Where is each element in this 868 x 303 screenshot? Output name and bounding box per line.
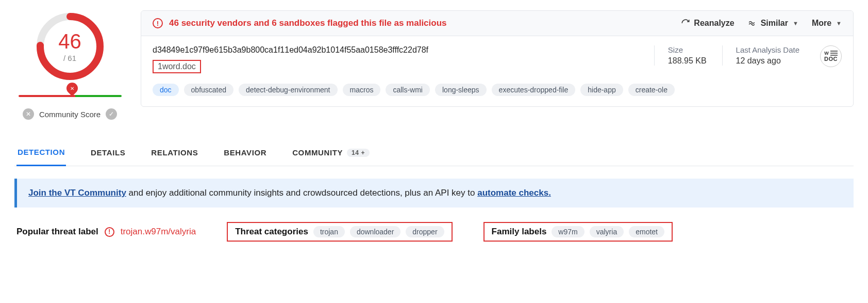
- category-dropper[interactable]: dropper: [406, 226, 444, 237]
- file-name[interactable]: 1word.doc: [153, 60, 201, 73]
- tab-community[interactable]: COMMUNITY 14 +: [291, 143, 371, 165]
- join-community-link[interactable]: Join the VT Community: [28, 188, 126, 198]
- tag-macros[interactable]: macros: [343, 84, 381, 96]
- tab-relations[interactable]: RELATIONS: [150, 143, 199, 165]
- tab-detection[interactable]: DETECTION: [16, 142, 66, 166]
- community-score-bar: ✕: [19, 95, 122, 97]
- promo-banner: Join the VT Community and enjoy addition…: [14, 179, 854, 208]
- similar-label: Similar: [761, 19, 788, 28]
- file-summary-panel: ! 46 security vendors and 6 sandboxes fl…: [141, 10, 854, 107]
- tag-calls-wmi[interactable]: calls-wmi: [386, 84, 430, 96]
- file-hash[interactable]: d34849e1c97f9e615b3a9b800ca1f11ed04a92b1…: [153, 45, 639, 55]
- detection-gauge: 46 / 61: [34, 10, 106, 83]
- family-emotet[interactable]: emotet: [629, 226, 664, 237]
- similar-button[interactable]: Similar ▼: [748, 19, 798, 28]
- automate-checks-link[interactable]: automate checks.: [477, 188, 551, 198]
- chevron-down-icon: ▼: [836, 20, 842, 26]
- popular-threat-value[interactable]: trojan.w97m/valyria: [121, 227, 196, 237]
- tags-row: doc obfuscated detect-debug-environment …: [153, 84, 842, 96]
- tag-create-ole[interactable]: create-ole: [628, 84, 675, 96]
- check-icon[interactable]: ✓: [106, 108, 117, 120]
- size-label: Size: [668, 45, 707, 54]
- family-valyria[interactable]: valyria: [590, 226, 624, 237]
- tabs: DETECTION DETAILS RELATIONS BEHAVIOR COM…: [14, 142, 854, 166]
- more-label: More: [812, 19, 831, 28]
- tag-executes-dropped[interactable]: executes-dropped-file: [492, 84, 576, 96]
- alert-icon: !: [153, 18, 163, 28]
- reanalyze-button[interactable]: Reanalyze: [681, 19, 734, 28]
- detections-count: 46: [58, 31, 81, 52]
- promo-text: and enjoy additional community insights …: [126, 188, 477, 198]
- category-downloader[interactable]: downloader: [350, 226, 400, 237]
- reanalyze-label: Reanalyze: [694, 19, 734, 28]
- community-count-badge: 14 +: [347, 149, 370, 157]
- alert-text: 46 security vendors and 6 sandboxes flag…: [169, 18, 447, 28]
- family-labels-group: Family labels w97m valyria emotet: [483, 222, 673, 242]
- family-labels-label: Family labels: [492, 227, 547, 237]
- size-value: 188.95 KB: [668, 56, 707, 66]
- popular-threat-group: Popular threat label ! trojan.w97m/valyr…: [16, 227, 196, 237]
- last-analysis-label: Last Analysis Date: [736, 45, 799, 54]
- reload-icon: [681, 19, 690, 28]
- more-button[interactable]: More ▼: [812, 19, 842, 28]
- threat-categories-group: Threat categories trojan downloader drop…: [227, 222, 452, 242]
- family-w97m[interactable]: w97m: [552, 226, 584, 237]
- tag-detect-debug[interactable]: detect-debug-environment: [239, 84, 337, 96]
- detections-total: / 61: [63, 54, 76, 62]
- tag-doc[interactable]: doc: [153, 84, 179, 96]
- filetype-label: DOC: [824, 56, 838, 62]
- tab-details[interactable]: DETAILS: [90, 143, 126, 165]
- tab-community-label: COMMUNITY: [292, 148, 343, 157]
- score-column: 46 / 61 ✕ ✕ Community Score ✓: [14, 10, 125, 120]
- last-analysis-value: 12 days ago: [736, 56, 799, 66]
- chevron-down-icon: ▼: [793, 20, 798, 26]
- tab-behavior[interactable]: BEHAVIOR: [223, 143, 268, 165]
- score-marker-icon: ✕: [66, 83, 78, 94]
- threat-summary-row: Popular threat label ! trojan.w97m/valyr…: [14, 222, 854, 242]
- tag-obfuscated[interactable]: obfuscated: [184, 84, 234, 96]
- alert-icon: !: [105, 227, 114, 237]
- tag-hide-app[interactable]: hide-app: [580, 84, 623, 96]
- community-score-label: Community Score: [39, 110, 101, 119]
- tag-long-sleeps[interactable]: long-sleeps: [435, 84, 487, 96]
- popular-threat-label: Popular threat label: [16, 227, 98, 237]
- threat-categories-label: Threat categories: [235, 227, 308, 237]
- similar-icon: [748, 19, 757, 28]
- close-icon[interactable]: ✕: [23, 108, 34, 120]
- filetype-doc-icon: W DOC: [820, 45, 842, 67]
- category-trojan[interactable]: trojan: [313, 226, 345, 237]
